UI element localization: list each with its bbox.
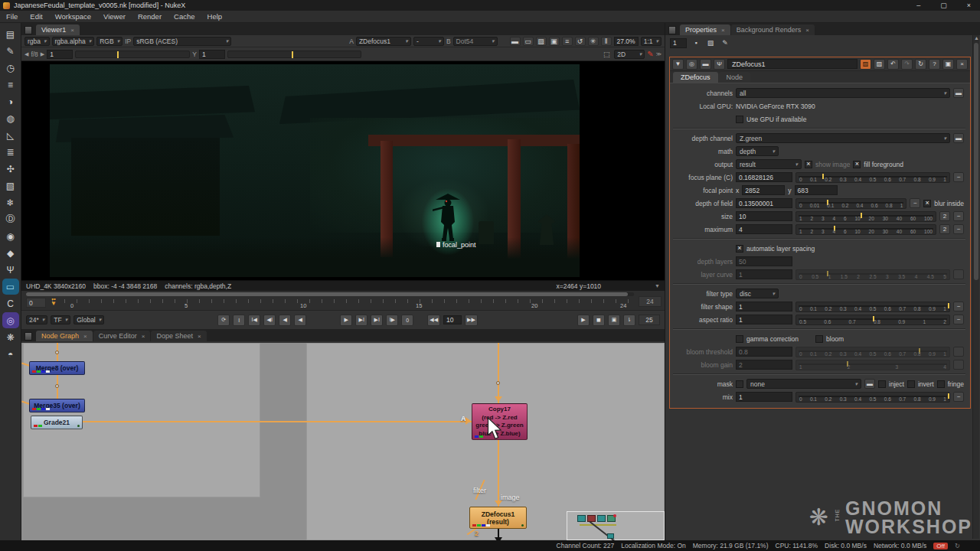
- clear-panels-icon[interactable]: ▨: [705, 38, 716, 48]
- sparkles-icon[interactable]: ❋: [2, 329, 19, 345]
- fit-range-icon[interactable]: ⇂: [623, 315, 635, 326]
- loop-mode-button[interactable]: ⟳: [217, 315, 230, 326]
- help-button[interactable]: ?: [929, 59, 940, 70]
- collapse-chevrons-icon[interactable]: ≫: [656, 51, 662, 57]
- gain-prev-icon[interactable]: ◀: [24, 51, 28, 57]
- gamma-slider[interactable]: [227, 51, 361, 58]
- b-input-select[interactable]: Dot54▾: [453, 37, 498, 46]
- toolsets-icon[interactable]: Ψ: [2, 262, 19, 278]
- maximize-button[interactable]: ▢: [940, 2, 947, 9]
- center-node-button[interactable]: ◎: [686, 59, 697, 70]
- input-process-toggle[interactable]: IP: [125, 37, 131, 45]
- close-panel-button[interactable]: ×: [956, 59, 968, 70]
- node-grade21[interactable]: Grade21: [31, 416, 83, 429]
- cattery-icon[interactable]: C: [2, 295, 19, 311]
- checkerboard-icon[interactable]: ▨: [536, 37, 547, 46]
- aspect-ratio-slider[interactable]: 0.50.60.70.80.912: [795, 315, 950, 325]
- play-fwd-button[interactable]: ▶I: [355, 315, 368, 326]
- tab-node[interactable]: Node: [719, 72, 751, 83]
- layer-curve-field[interactable]: 1: [736, 269, 792, 279]
- tab-viewer1[interactable]: Viewer1 ×: [36, 24, 80, 35]
- color-icon[interactable]: ◑: [2, 93, 19, 109]
- tab-zdefocus[interactable]: ZDefocus: [673, 72, 718, 83]
- tab-node-graph[interactable]: Node Graph×: [36, 331, 93, 341]
- skip-back-button[interactable]: ◀◀: [427, 315, 440, 326]
- channel-set2-button[interactable]: ▨: [874, 59, 885, 70]
- mix-curve-icon[interactable]: ~: [953, 392, 964, 402]
- range-start-field[interactable]: 0: [26, 298, 46, 308]
- menu-render[interactable]: Render: [138, 12, 162, 21]
- mask-extra-button[interactable]: ▬: [864, 379, 875, 389]
- menu-viewer[interactable]: Viewer: [103, 12, 126, 21]
- aspect-ratio-field[interactable]: 1: [736, 315, 792, 324]
- merge-icon[interactable]: ≣: [2, 144, 19, 160]
- viewer-image-area[interactable]: focal_point: [21, 61, 665, 280]
- filter-shape-field[interactable]: 1: [736, 302, 792, 311]
- pane-menu-icon[interactable]: [668, 26, 676, 34]
- alpha-layer-select[interactable]: rgba.alpha▾: [52, 37, 95, 46]
- mask-checkbox[interactable]: [736, 380, 743, 388]
- maximum-slider[interactable]: 123461020304060100: [795, 224, 936, 235]
- node-color-button[interactable]: ▬: [700, 59, 711, 70]
- last-frame-button[interactable]: I▶: [386, 315, 398, 326]
- wipe-icon[interactable]: ▬: [510, 37, 521, 46]
- auto-layer-spacing-checkbox[interactable]: ×: [736, 245, 743, 253]
- first-frame-button[interactable]: I◀: [248, 315, 260, 326]
- pane-menu-icon[interactable]: [24, 332, 32, 341]
- timeline-ruler[interactable]: 0 ••▼ 0 5 10 15 20 24 24: [21, 291, 665, 311]
- timeline-scrollbar[interactable]: [26, 292, 634, 296]
- roi-icon[interactable]: ✳: [588, 37, 599, 46]
- menu-workspace[interactable]: Workspace: [55, 12, 91, 21]
- tab-background-renders[interactable]: Background Renders×: [731, 24, 815, 35]
- bloom-gain-slider[interactable]: 1234: [795, 360, 950, 370]
- transform-icon[interactable]: ✣: [2, 161, 19, 177]
- layer-curve-slider[interactable]: 00.511.522.533.544.55: [795, 269, 950, 280]
- dag-canvas[interactable]: Merge8 (over) Merge35 (over) Grade21 Cop…: [21, 343, 665, 540]
- views-icon[interactable]: ◉: [2, 228, 19, 244]
- tab-close-icon[interactable]: ×: [70, 27, 74, 34]
- dof-slider[interactable]: 00.010.10.20.40.60.81: [795, 198, 906, 209]
- undo-button[interactable]: ↶: [887, 59, 899, 70]
- bloom-threshold-button[interactable]: [953, 347, 964, 357]
- gamma-correction-checkbox[interactable]: [736, 335, 743, 343]
- tab-curve-editor[interactable]: Curve Editor×: [93, 331, 151, 341]
- other-icon[interactable]: ▭: [2, 279, 19, 295]
- fill-foreground-checkbox[interactable]: ×: [853, 161, 861, 168]
- filter-type-select[interactable]: disc▾: [736, 289, 779, 298]
- frame-lock-button[interactable]: I: [233, 315, 245, 326]
- menu-help[interactable]: Help: [207, 12, 223, 21]
- collapse-panel-button[interactable]: ▼: [672, 59, 684, 70]
- bloom-checkbox[interactable]: [815, 335, 823, 343]
- gamma-field[interactable]: 1: [199, 50, 225, 59]
- menu-edit[interactable]: Edit: [30, 12, 42, 21]
- focal-point-y-field[interactable]: 683: [795, 185, 838, 195]
- gain-slider[interactable]: [75, 51, 190, 58]
- output-select[interactable]: result▾: [736, 159, 802, 169]
- max-panels-field[interactable]: 1: [670, 38, 687, 48]
- close-button[interactable]: ×: [967, 2, 971, 9]
- time-icon[interactable]: ◷: [2, 60, 19, 76]
- depth-layers-field[interactable]: 50: [736, 256, 792, 266]
- size-slider[interactable]: 123461020304060100: [795, 211, 936, 222]
- focal-point-x-field[interactable]: 2852: [742, 185, 785, 195]
- status-refresh-icon[interactable]: ↻: [955, 542, 960, 549]
- pause-icon[interactable]: ‖: [601, 37, 612, 46]
- redo-button[interactable]: ↷: [901, 59, 913, 70]
- play-back-button[interactable]: ◀: [279, 315, 291, 326]
- draw-icon[interactable]: ✎: [2, 43, 19, 59]
- step-fwd-button[interactable]: ▶: [340, 315, 352, 326]
- node-name-field[interactable]: ZDefocus1: [727, 59, 858, 69]
- invert-checkbox[interactable]: [907, 380, 915, 388]
- guides-icon[interactable]: ≡: [562, 37, 573, 46]
- metadata-icon[interactable]: ◆: [2, 245, 19, 261]
- minimize-button[interactable]: –: [916, 2, 920, 9]
- size-field[interactable]: 10: [736, 211, 792, 221]
- skip-fwd-button[interactable]: ▶▶: [465, 315, 478, 326]
- channels-extra-button[interactable]: ▬: [953, 88, 964, 98]
- maximum-channels-button[interactable]: 2: [939, 224, 950, 234]
- a-input-select[interactable]: ZDefocus1▾: [356, 37, 411, 46]
- playhead[interactable]: ••▼: [51, 297, 57, 306]
- zoom-level[interactable]: 27.0%: [614, 37, 639, 46]
- 3d-icon[interactable]: ▧: [2, 178, 19, 194]
- next-key-button[interactable]: ▶I: [371, 315, 383, 326]
